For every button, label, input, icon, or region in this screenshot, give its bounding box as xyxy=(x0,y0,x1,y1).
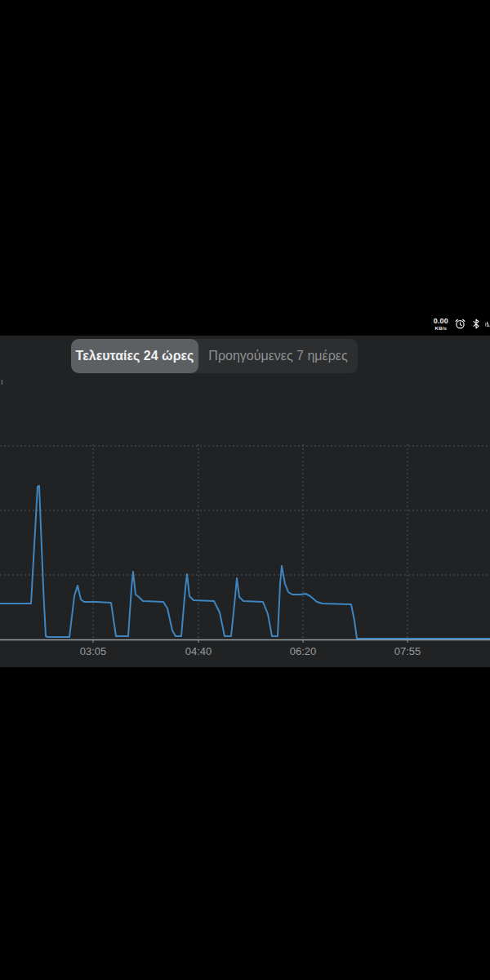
x-axis-label: 07:55 xyxy=(394,645,421,657)
time-range-tabbar: Τελευταίες 24 ώρες Προηγούμενες 7 ημέρες xyxy=(71,339,358,373)
network-speed-value: 0.00 xyxy=(434,318,448,325)
network-speed-unit: KB/s xyxy=(435,326,447,331)
cropped-text-fragment: ιι xyxy=(0,377,3,386)
tab-last-24-hours[interactable]: Τελευταίες 24 ώρες xyxy=(71,339,198,373)
phone-screen: { "status_bar": { "network_speed_value":… xyxy=(0,0,490,980)
status-bar: 0.00 KB/s xyxy=(434,312,490,335)
network-usage-chart: 03:0504:4006:2007:55 xyxy=(0,433,490,667)
bluetooth-icon xyxy=(472,318,480,330)
x-axis-label: 04:40 xyxy=(185,645,212,657)
signal-icon-partial xyxy=(485,318,490,330)
alarm-clock-icon xyxy=(454,318,466,330)
app-content-band: Τελευταίες 24 ώρες Προηγούμενες 7 ημέρες… xyxy=(0,336,490,667)
data-series-network-usage xyxy=(0,486,490,639)
network-speed-indicator: 0.00 KB/s xyxy=(434,318,448,331)
tab-previous-7-days[interactable]: Προηγούμενες 7 ημέρες xyxy=(198,339,358,373)
x-axis-label: 06:20 xyxy=(290,645,317,657)
x-axis-label: 03:05 xyxy=(80,645,107,657)
